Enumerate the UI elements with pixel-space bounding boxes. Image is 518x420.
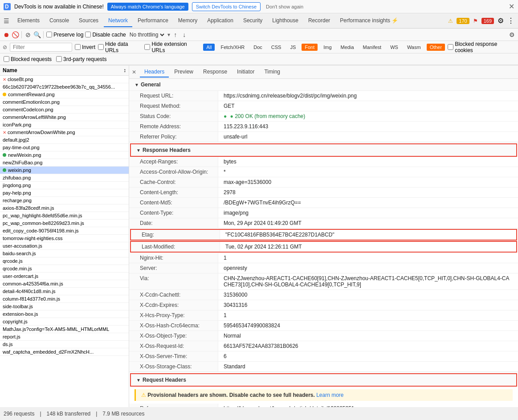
- list-item[interactable]: common-a425354f6a.min.js: [0, 280, 129, 288]
- list-item[interactable]: qrcode.min.js: [0, 265, 129, 273]
- list-item[interactable]: side-toolbar.js: [0, 303, 129, 310]
- match-language-button[interactable]: Always match Chrome's language: [107, 3, 188, 11]
- tab-application[interactable]: Application: [203, 15, 238, 27]
- import-icon[interactable]: ↑: [172, 31, 179, 38]
- tab-elements[interactable]: Elements: [13, 15, 44, 27]
- type-btn-doc[interactable]: Doc: [250, 44, 265, 51]
- invert-checkbox[interactable]: Invert: [75, 44, 95, 50]
- tab-performance-insights[interactable]: Performance insights ⚡: [335, 15, 403, 27]
- list-item[interactable]: column-f814d377e0.min.js: [0, 295, 129, 303]
- type-btn-media[interactable]: Media: [338, 44, 357, 51]
- list-item[interactable]: jingdong.png: [0, 182, 129, 189]
- disable-cache-input[interactable]: [85, 32, 91, 37]
- clear-icon[interactable]: 🚫: [12, 31, 19, 38]
- list-item[interactable]: ds.js: [0, 341, 129, 348]
- filter-icon[interactable]: ⊘: [24, 31, 32, 38]
- throttle-dropdown-icon[interactable]: ▾: [167, 32, 170, 38]
- detail-tab-initiator[interactable]: Initiator: [232, 67, 259, 77]
- disable-cache-checkbox[interactable]: Disable cache: [85, 32, 126, 38]
- hide-ext-urls-input[interactable]: [144, 44, 150, 50]
- type-btn-manifest[interactable]: Manifest: [360, 44, 385, 51]
- blocked-cookies-checkbox[interactable]: Blocked response cookies: [448, 41, 515, 53]
- list-item[interactable]: iconPark.png: [0, 121, 129, 129]
- list-item[interactable]: commentEmotionIcon.png: [0, 98, 129, 106]
- tab-performance[interactable]: Performance: [133, 15, 173, 27]
- hide-data-urls-checkbox[interactable]: Hide data URLs: [98, 41, 142, 53]
- type-btn-js[interactable]: JS: [287, 44, 299, 51]
- list-item[interactable]: newWeixin.png: [0, 151, 129, 159]
- list-item[interactable]: qrcode.js: [0, 257, 129, 265]
- tab-sources[interactable]: Sources: [74, 15, 103, 27]
- list-item[interactable]: default.jpg|2: [0, 136, 129, 144]
- list-item[interactable]: tomorrow-night-eighties.css: [0, 235, 129, 242]
- type-btn-all[interactable]: All: [203, 44, 215, 51]
- list-item[interactable]: MathJax.js?config=TeX-AMS-MML_HTMLorMML: [0, 326, 129, 333]
- blocked-requests-checkbox[interactable]: Blocked requests: [4, 56, 52, 62]
- detail-tab-response[interactable]: Response: [199, 67, 232, 77]
- type-btn-wasm[interactable]: Wasm: [404, 44, 424, 51]
- type-btn-css[interactable]: CSS: [268, 44, 285, 51]
- list-item[interactable]: recharge.png: [0, 197, 129, 204]
- switch-devtools-button[interactable]: Switch DevTools to Chinese: [192, 2, 261, 11]
- type-btn-other[interactable]: Other: [427, 44, 445, 51]
- learn-more-link[interactable]: Learn more: [316, 392, 343, 398]
- more-icon[interactable]: ⋮: [507, 16, 514, 25]
- devtools-menu-icon[interactable]: ☰: [4, 17, 9, 24]
- list-item[interactable]: report.js: [0, 333, 129, 341]
- list-item[interactable]: waf_captcha_embedded_d2FmX2NhcH...: [0, 348, 129, 356]
- throttle-select[interactable]: No throttling Fast 3G Slow 3G: [128, 31, 166, 38]
- record-icon[interactable]: ⏺: [3, 31, 10, 38]
- list-item[interactable]: 66c1b6207204f7c19f722bebee963b7c_qq_3455…: [0, 83, 129, 91]
- tab-recorder[interactable]: Recorder: [304, 15, 334, 27]
- list-item[interactable]: axios-83fa28cedf.min.js: [0, 204, 129, 212]
- list-item[interactable]: commentReward.png: [0, 91, 129, 98]
- general-section-header[interactable]: ▼ General: [129, 79, 518, 91]
- list-item[interactable]: pc_wap_highlight-8defd55d6e.min.js: [0, 212, 129, 220]
- blocked-requests-input[interactable]: [4, 56, 9, 62]
- list-item[interactable]: pay-time-out.png: [0, 144, 129, 151]
- hide-data-urls-input[interactable]: [98, 44, 104, 50]
- list-item[interactable]: newZhiFuBao.png: [0, 159, 129, 167]
- dont-show-button[interactable]: Don't show again: [266, 4, 303, 9]
- third-party-input[interactable]: [56, 56, 62, 62]
- list-item[interactable]: user-ordercart.js: [0, 273, 129, 280]
- invert-input[interactable]: [75, 44, 81, 50]
- response-headers-header[interactable]: ▼ Response Headers: [130, 143, 517, 157]
- search-icon[interactable]: 🔍: [33, 31, 41, 38]
- list-item[interactable]: commentCodeIcon.png: [0, 106, 129, 114]
- list-item[interactable]: ✕ closeBt.png: [0, 76, 129, 83]
- filter-input[interactable]: [10, 43, 72, 52]
- tab-network[interactable]: Network: [104, 15, 132, 27]
- request-headers-header[interactable]: ▼ Request Headers: [130, 373, 517, 387]
- tab-lighthouse[interactable]: Lighthouse: [268, 15, 303, 27]
- list-item[interactable]: user-accusation.js: [0, 242, 129, 250]
- settings-icon[interactable]: ⚙: [498, 16, 504, 25]
- settings-gear-icon[interactable]: ⚙: [508, 31, 515, 38]
- type-btn-font[interactable]: Font: [302, 44, 318, 51]
- list-item[interactable]: extension-box.js: [0, 310, 129, 318]
- list-item-selected[interactable]: weixin.png: [0, 167, 129, 174]
- list-item[interactable]: commentArrowLeftWhite.png: [0, 114, 129, 121]
- detail-close-icon[interactable]: ✕: [132, 69, 136, 75]
- list-item[interactable]: copyright.js: [0, 318, 129, 326]
- preserve-log-input[interactable]: [46, 32, 52, 37]
- list-item[interactable]: zhifubao.png: [0, 174, 129, 182]
- list-item[interactable]: pc_wap_common-be82269d23.min.js: [0, 220, 129, 227]
- preserve-log-checkbox[interactable]: Preserve log: [46, 32, 83, 38]
- list-item[interactable]: pay-help.png: [0, 189, 129, 197]
- list-resize-handle[interactable]: ↕: [123, 67, 126, 73]
- third-party-checkbox[interactable]: 3rd-party requests: [56, 56, 106, 62]
- notif-close-icon[interactable]: ✕: [509, 2, 514, 11]
- type-btn-img[interactable]: Img: [320, 44, 334, 51]
- type-btn-fetch[interactable]: Fetch/XHR: [217, 44, 248, 51]
- detail-tab-headers[interactable]: Headers: [140, 67, 169, 77]
- tab-security[interactable]: Security: [239, 15, 267, 27]
- type-btn-ws[interactable]: WS: [387, 44, 401, 51]
- hide-ext-urls-checkbox[interactable]: Hide extension URLs: [144, 41, 200, 53]
- list-item[interactable]: detail-4c4f40c1d8.min.js: [0, 288, 129, 295]
- tab-console[interactable]: Console: [45, 15, 73, 27]
- detail-tab-preview[interactable]: Preview: [170, 67, 198, 77]
- tab-memory[interactable]: Memory: [174, 15, 202, 27]
- list-item[interactable]: baidu-search.js: [0, 250, 129, 257]
- detail-tab-timing[interactable]: Timing: [260, 67, 285, 77]
